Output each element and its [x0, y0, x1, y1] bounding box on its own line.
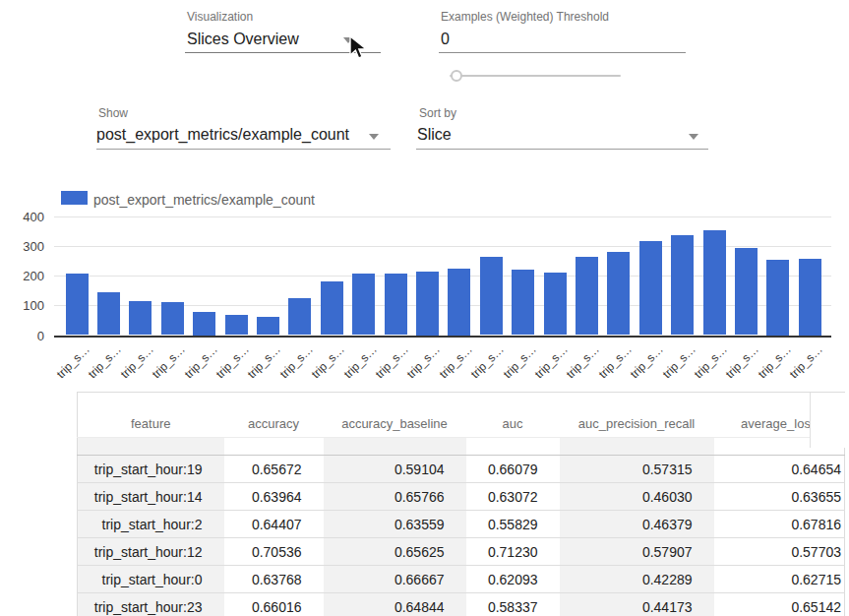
table-cell: 0.62715 — [714, 566, 845, 593]
bar-20[interactable] — [703, 230, 726, 336]
filter-cell — [466, 438, 560, 456]
bar-4[interactable] — [193, 312, 215, 336]
bar-2[interactable] — [129, 301, 152, 336]
table-cell: trip_start_hour:12 — [78, 538, 224, 566]
table-cell: 0.66667 — [324, 566, 466, 593]
filter-cell — [560, 438, 714, 456]
example-count-bar-chart: 0100200300400trip_s…trip_s…trip_s…trip_s… — [0, 0, 849, 389]
bar-6[interactable] — [257, 317, 279, 335]
table-cell: 0.64654 — [714, 456, 845, 483]
table-cell: trip_start_hour:23 — [78, 593, 224, 616]
table-cell: 0.58337 — [466, 593, 560, 616]
table-row[interactable]: trip_start_hour:00.637680.666670.620930.… — [78, 566, 845, 593]
bar-8[interactable] — [321, 281, 343, 336]
bar-3[interactable] — [161, 302, 184, 336]
bar-0[interactable] — [66, 274, 89, 335]
table-filter-row — [78, 438, 845, 456]
table-cell: 0.46379 — [560, 511, 714, 538]
table-row[interactable]: trip_start_hour:190.656720.591040.660790… — [78, 456, 845, 483]
table-cell: 0.63768 — [224, 566, 324, 593]
bar-18[interactable] — [639, 241, 662, 336]
table-cell: 0.42289 — [560, 566, 714, 593]
y-axis-tick-label: 300 — [5, 239, 44, 254]
table-row[interactable]: trip_start_hour:120.705360.656250.712300… — [78, 538, 845, 566]
y-axis-tick-label: 0 — [5, 329, 44, 343]
table-cell: 0.65766 — [324, 483, 466, 511]
bar-9[interactable] — [352, 274, 375, 336]
y-axis-tick-label: 400 — [5, 210, 44, 224]
table-cell: 0.44173 — [560, 593, 714, 616]
column-header-auc_precision_recall[interactable]: auc_precision_recall — [560, 393, 714, 438]
column-header-auc[interactable]: auc — [466, 393, 560, 438]
table-cell: trip_start_hour:0 — [78, 566, 224, 593]
table-cell: 0.66079 — [466, 456, 560, 483]
table-cell: 0.71230 — [466, 538, 560, 566]
filter-cell — [78, 438, 224, 456]
table-header-gutter — [810, 393, 846, 448]
column-header-feature[interactable]: feature — [78, 393, 224, 438]
table-cell: 0.67816 — [714, 511, 845, 538]
bar-11[interactable] — [416, 272, 439, 336]
metrics-table: featureaccuracyaccuracy_baselineaucauc_p… — [77, 392, 845, 616]
table-cell: 0.64844 — [324, 593, 466, 616]
bar-19[interactable] — [671, 235, 694, 335]
table-cell: 0.57315 — [560, 456, 714, 483]
bar-5[interactable] — [225, 315, 248, 335]
mouse-cursor-icon — [348, 35, 370, 61]
table-cell: trip_start_hour:14 — [78, 483, 224, 511]
table-cell: trip_start_hour:2 — [78, 511, 224, 538]
metrics-table-container: featureaccuracyaccuracy_baselineaucauc_p… — [77, 392, 845, 616]
bar-13[interactable] — [480, 257, 503, 336]
chart-gridline — [54, 216, 831, 217]
column-header-accuracy_baseline[interactable]: accuracy_baseline — [324, 393, 466, 438]
table-cell: 0.46030 — [560, 483, 714, 511]
bar-16[interactable] — [576, 257, 598, 335]
bar-21[interactable] — [735, 248, 758, 336]
table-row[interactable]: trip_start_hour:20.644070.635590.558290.… — [78, 511, 845, 538]
table-cell: 0.64407 — [224, 511, 324, 538]
bar-1[interactable] — [97, 292, 120, 336]
table-header-row: featureaccuracyaccuracy_baselineaucauc_p… — [78, 393, 845, 438]
table-cell: 0.63559 — [324, 511, 466, 538]
table-cell: 0.63072 — [466, 483, 560, 511]
chart-x-axis-line — [54, 336, 831, 338]
table-cell: 0.65142 — [714, 593, 845, 616]
table-cell: 0.66016 — [224, 593, 324, 616]
bar-15[interactable] — [544, 273, 567, 336]
table-row[interactable]: trip_start_hour:230.660160.648440.583370… — [78, 593, 845, 616]
bar-10[interactable] — [385, 274, 407, 335]
bar-23[interactable] — [799, 259, 821, 336]
filter-cell — [224, 438, 324, 456]
table-cell: 0.57907 — [560, 538, 714, 566]
table-cell: 0.70536 — [224, 538, 324, 566]
table-cell: 0.63964 — [224, 483, 324, 511]
filter-cell — [324, 438, 466, 456]
table-cell: 0.65672 — [224, 456, 324, 483]
bar-14[interactable] — [512, 270, 534, 336]
y-axis-tick-label: 200 — [5, 269, 44, 283]
table-cell: 0.55829 — [466, 511, 560, 538]
bar-12[interactable] — [448, 269, 470, 336]
table-cell: trip_start_hour:19 — [78, 456, 224, 483]
column-header-accuracy[interactable]: accuracy — [224, 393, 324, 438]
table-cell: 0.63655 — [714, 483, 845, 511]
y-axis-tick-label: 100 — [5, 298, 44, 313]
table-cell: 0.62093 — [466, 566, 560, 593]
slicing-metrics-browser: Visualization Slices Overview Examples (… — [0, 0, 849, 616]
bar-17[interactable] — [607, 252, 630, 335]
table-cell: 0.57703 — [714, 538, 845, 566]
bar-22[interactable] — [766, 260, 789, 336]
bar-7[interactable] — [288, 298, 311, 335]
table-cell: 0.59104 — [324, 456, 466, 483]
table-cell: 0.65625 — [324, 538, 466, 566]
table-row[interactable]: trip_start_hour:140.639640.657660.630720… — [78, 483, 845, 511]
